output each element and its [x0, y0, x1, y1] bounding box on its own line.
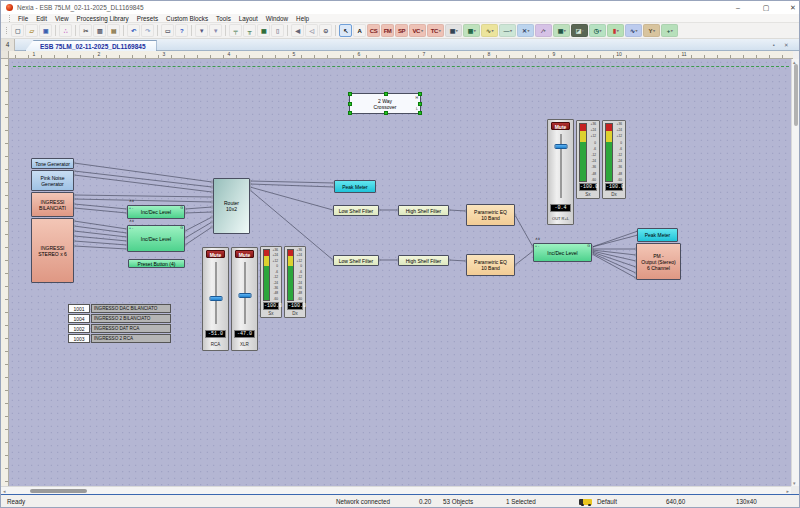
menu-view[interactable]: View [51, 15, 73, 22]
layout-canvas[interactable]: Tone Generator Pink Noise Generator INGR… [9, 59, 793, 488]
block-tone-generator[interactable]: Tone Generator [31, 158, 74, 169]
eq-blocks-icon[interactable]: ∿ [481, 24, 498, 37]
vertical-scroll-thumb[interactable] [794, 64, 798, 126]
funnel-show-icon[interactable]: ▼ [195, 24, 208, 37]
search-icon[interactable]: ⊙ [319, 24, 332, 37]
speaker-icon[interactable]: ◀ [291, 24, 304, 37]
menu-presets[interactable]: Presets [133, 15, 162, 22]
mtick: -60 [591, 179, 596, 182]
menu-tools[interactable]: Tools [212, 15, 235, 22]
block-ingressi-bilanciati[interactable]: INGRESSI BILANCIATI [31, 192, 74, 217]
horizontal-scrollbar[interactable]: ◂ ▸ [1, 486, 791, 494]
block-inc-dec-level-out[interactable]: + - G Inc/Dec Level [533, 243, 592, 262]
device-sp-icon[interactable]: SP [395, 24, 408, 37]
block-high-shelf-filter-2[interactable]: High Shelf Filter [398, 255, 449, 266]
selection-handle[interactable] [348, 102, 352, 106]
selection-handle[interactable] [418, 111, 422, 115]
notes-icon[interactable]: ▯ [271, 24, 284, 37]
mdi-close-icon[interactable]: ✕ [784, 42, 789, 49]
selection-handle[interactable] [348, 111, 352, 115]
block-ingressi-stereo[interactable]: INGRESSI STEREO x 6 [31, 218, 74, 283]
print-icon[interactable]: ▭ [161, 24, 174, 37]
send-to-device-icon[interactable]: ∴ [59, 24, 72, 37]
signal-flow-icon[interactable]: ╥ [243, 24, 256, 37]
undo-icon[interactable]: ↶ [127, 24, 140, 37]
generator-blocks-icon[interactable]: ∿ [625, 24, 642, 37]
filter-blocks-icon[interactable]: — [499, 24, 516, 37]
paste-icon[interactable]: ▤ [107, 24, 120, 37]
dynamics-blocks-icon[interactable]: ∕ [535, 24, 552, 37]
menu-layout[interactable]: Layout [235, 15, 262, 22]
maximize-button[interactable]: ▢ [753, 1, 779, 14]
menu-custom-blocks[interactable]: Custom Blocks [162, 15, 212, 22]
block-peak-meter-right[interactable]: Peak Meter [637, 228, 678, 242]
mute-button-rca[interactable]: Mute [206, 250, 225, 258]
speaker-mute-icon[interactable]: ◁ [305, 24, 318, 37]
block-low-shelf-filter-1[interactable]: Low Shelf Filter [333, 205, 379, 216]
vertical-scrollbar[interactable]: ▴ ▾ [791, 59, 799, 488]
block-router[interactable]: Router 10x2 [213, 178, 250, 234]
menu-edit[interactable]: Edit [32, 15, 51, 22]
selection-handle[interactable] [348, 92, 352, 96]
copy-icon[interactable]: ▥ [93, 24, 106, 37]
fader-handle[interactable] [209, 296, 222, 301]
minimize-button[interactable]: – [725, 1, 751, 14]
move-tool-icon[interactable]: + [661, 24, 678, 37]
layout-tab[interactable]: ESB 75LM_02-11-2025_DL1169845 [25, 40, 157, 52]
help-icon[interactable]: ? [175, 24, 188, 37]
funnel-hide-icon[interactable]: ▼ [209, 24, 222, 37]
fader-xlr[interactable]: Mute -47.0 XLR [231, 247, 258, 351]
device-cs-icon[interactable]: CS [367, 24, 380, 37]
meter-blocks-icon[interactable]: ▮ [607, 24, 624, 37]
block-parametric-eq-1[interactable]: Parametric EQ 10 Band [466, 204, 515, 226]
block-inc-dec-level-1[interactable]: + - G Inc/Dec Level [127, 205, 185, 219]
horizontal-scroll-thumb[interactable] [30, 489, 87, 493]
mdi-restore-icon[interactable]: ▪ [773, 42, 775, 49]
logic-blocks-icon[interactable]: Y [643, 24, 660, 37]
mixer-blocks-icon[interactable]: ▩ [463, 24, 480, 37]
block-inc-dec-level-2[interactable]: + - G Inc/Dec Level [127, 225, 185, 252]
block-high-shelf-filter-1[interactable]: High Shelf Filter [398, 205, 449, 216]
block-pink-noise-generator[interactable]: Pink Noise Generator [31, 170, 74, 191]
device-fm-icon[interactable]: FM [381, 24, 394, 37]
equipment-table-icon[interactable]: ╤ [229, 24, 242, 37]
router-blocks-icon[interactable]: ▦ [553, 24, 570, 37]
delay-blocks-icon[interactable]: ◪ [571, 24, 588, 37]
fader-handle[interactable] [238, 293, 251, 298]
block-low-shelf-filter-2[interactable]: Low Shelf Filter [333, 255, 379, 266]
block-parametric-eq-2[interactable]: Parametric EQ 10 Band [466, 254, 515, 276]
fader-track[interactable] [215, 262, 217, 324]
redo-icon[interactable]: ↷ [141, 24, 154, 37]
menu-window[interactable]: Window [262, 15, 292, 22]
selection-handle[interactable] [384, 111, 388, 115]
fader-handle[interactable] [554, 144, 567, 149]
select-tool-icon[interactable]: ↖ [339, 24, 352, 37]
text-tool-icon[interactable]: A [353, 24, 366, 37]
mute-button-out[interactable]: Mute [551, 122, 570, 130]
menubar-grip [9, 15, 11, 22]
crossover-blocks-icon[interactable]: ✕ [517, 24, 534, 37]
selection-handle[interactable] [384, 92, 388, 96]
fader-rca[interactable]: Mute -51.0 RCA [202, 247, 229, 351]
io-blocks-icon[interactable]: ▦ [445, 24, 462, 37]
mute-button-xlr[interactable]: Mute [235, 250, 254, 258]
block-2way-crossover[interactable]: H L 2 Way Crossover [349, 93, 421, 114]
block-pm-output[interactable]: PM - Output (Stereo) 6 Channel [636, 243, 681, 280]
cut-icon[interactable]: ✂ [79, 24, 92, 37]
new-file-icon[interactable]: ▢ [11, 24, 24, 37]
menu-help[interactable]: Help [292, 15, 313, 22]
fader-out[interactable]: Mute -0.4 OUT R+L [547, 119, 574, 225]
block-preset-button[interactable]: Preset Button (4) [128, 259, 185, 268]
menu-processing-library[interactable]: Processing Library [73, 15, 133, 22]
block-peak-meter-left[interactable]: Peak Meter [334, 180, 376, 193]
save-icon[interactable]: ▣ [39, 24, 52, 37]
close-button[interactable]: ✕ [780, 1, 800, 14]
selection-handle[interactable] [418, 92, 422, 96]
selection-handle[interactable] [418, 102, 422, 106]
menu-file[interactable]: File [14, 15, 32, 22]
object-tree-icon[interactable]: ▦ [257, 24, 270, 37]
device-tc-icon[interactable]: TC [427, 24, 444, 37]
control-blocks-icon[interactable]: ◷ [589, 24, 606, 37]
device-vc-icon[interactable]: VC [409, 24, 426, 37]
open-folder-icon[interactable]: ▱ [25, 24, 38, 37]
